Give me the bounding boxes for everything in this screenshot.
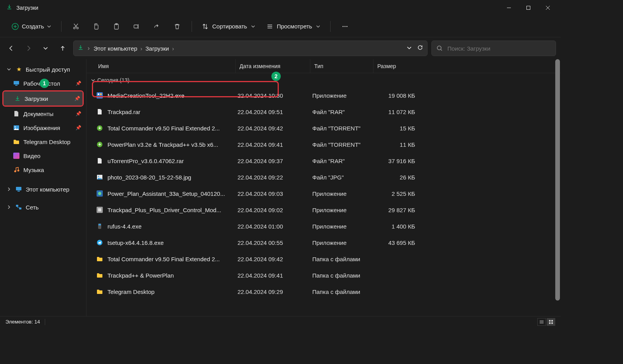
file-size: 43 695 КБ — [375, 239, 422, 246]
file-row[interactable]: MediaCreationTool_22H2.exe22.04.2024 10:… — [86, 87, 561, 104]
music-icon — [12, 166, 20, 174]
file-row[interactable]: Telegram Desktop22.04.2024 09:29Папка с … — [86, 283, 561, 300]
search-input[interactable] — [447, 45, 551, 52]
monitor-icon — [15, 185, 23, 193]
column-name[interactable]: Имя — [98, 63, 235, 69]
svg-point-19 — [437, 46, 441, 50]
file-size: 2 525 КБ — [375, 190, 422, 197]
column-size[interactable]: Размер — [373, 59, 420, 73]
sidebar-item-pictures[interactable]: Изображения 📌 — [2, 121, 84, 135]
file-row[interactable]: uTorrentPro_v3.6.0.47062.rar22.04.2024 0… — [86, 153, 561, 169]
file-type: Папка с файлами — [312, 256, 375, 262]
svg-point-17 — [344, 26, 345, 27]
pin-icon: 📌 — [76, 111, 81, 116]
file-name: Power_Plan_Assistant_33a_Setup_040120... — [107, 190, 238, 197]
refresh-button[interactable] — [417, 44, 423, 52]
file-row[interactable]: Trackpad++ & PowerPlan22.04.2024 09:41Па… — [86, 267, 561, 283]
address-expand-icon[interactable] — [407, 45, 412, 52]
svg-rect-21 — [15, 85, 18, 86]
file-icon — [96, 271, 104, 279]
back-button[interactable] — [5, 42, 18, 55]
share-button[interactable] — [148, 19, 166, 34]
svg-rect-50 — [551, 320, 553, 322]
breadcrumb-downloads[interactable]: Загрузки — [146, 45, 169, 52]
sidebar-item-label: Музыка — [23, 167, 44, 173]
search-box[interactable] — [431, 40, 556, 56]
group-header[interactable]: Сегодня (13) — [86, 73, 561, 87]
file-name: Total Commander v9.50 Final Extended 2..… — [107, 256, 238, 262]
file-date: 22.04.2024 09:03 — [238, 190, 312, 197]
file-name: Telegram Desktop — [107, 288, 238, 295]
toolbar: Создать Сортировать Просмотреть — [0, 16, 561, 37]
sidebar-item-documents[interactable]: Документы 📌 — [2, 107, 84, 121]
sidebar-item-label: Документы — [23, 111, 53, 117]
file-row[interactable]: photo_2023-08-20_15-22-58.jpg22.04.2024 … — [86, 169, 561, 185]
rename-button[interactable] — [128, 19, 146, 34]
sidebar-item-downloads[interactable]: Загрузки 📌 — [4, 91, 83, 106]
file-name: tsetup-x64.4.16.8.exe — [107, 239, 238, 246]
close-button[interactable] — [538, 0, 558, 16]
svg-rect-29 — [19, 207, 21, 209]
file-row[interactable]: Total Commander v9.50 Final Extended 2..… — [86, 251, 561, 267]
sidebar-item-label: Видео — [23, 153, 40, 159]
cut-button[interactable] — [67, 19, 85, 34]
pin-icon: 📌 — [76, 125, 81, 130]
star-icon: ★ — [15, 65, 23, 73]
sidebar-item-music[interactable]: Музыка — [2, 163, 84, 177]
details-view-toggle[interactable] — [537, 318, 546, 326]
column-date[interactable]: Дата изменения — [235, 59, 310, 73]
forward-button[interactable] — [22, 42, 35, 55]
delete-button[interactable] — [168, 19, 186, 34]
file-row[interactable]: Power_Plan_Assistant_33a_Setup_040120...… — [86, 185, 561, 202]
file-row[interactable]: Trackpad_Plus_Plus_Driver_Control_Mod...… — [86, 202, 561, 218]
sidebar-network[interactable]: Сеть — [2, 200, 84, 214]
sidebar-item-videos[interactable]: Видео — [2, 149, 84, 163]
sidebar-label: Сеть — [26, 204, 39, 211]
file-size: 15 КБ — [375, 125, 422, 132]
sort-icon — [202, 23, 208, 30]
thumbnails-view-toggle[interactable] — [547, 318, 555, 326]
file-row[interactable]: rufus-4.4.exe22.04.2024 01:00Приложение1… — [86, 218, 561, 234]
svg-rect-32 — [100, 93, 102, 95]
sidebar-quick-access[interactable]: ★ Быстрый доступ — [2, 62, 84, 76]
up-button[interactable] — [56, 42, 69, 55]
address-bar[interactable]: › Этот компьютер › Загрузки › — [73, 40, 428, 56]
svg-rect-51 — [549, 322, 551, 324]
monitor-icon — [12, 79, 20, 87]
maximize-button[interactable] — [519, 0, 538, 16]
paste-button[interactable] — [107, 19, 125, 34]
view-button[interactable]: Просмотреть — [262, 21, 325, 32]
file-date: 22.04.2024 09:29 — [238, 288, 312, 295]
copy-button[interactable] — [87, 19, 105, 34]
file-row[interactable]: Total Commander v9.50 Final Extended 2..… — [86, 120, 561, 136]
recent-button[interactable] — [39, 42, 52, 55]
file-type: Папка с файлами — [312, 288, 375, 295]
file-size: 26 КБ — [375, 174, 422, 181]
scrollbar-thumb[interactable] — [555, 59, 560, 301]
file-row[interactable]: tsetup-x64.4.16.8.exe22.04.2024 00:55При… — [86, 234, 561, 251]
svg-rect-26 — [16, 187, 21, 190]
separator — [61, 21, 62, 32]
new-button[interactable]: Создать — [7, 21, 56, 32]
pin-icon: 📌 — [74, 96, 80, 101]
sidebar-this-pc[interactable]: Этот компьютер — [2, 182, 84, 196]
file-date: 22.04.2024 09:37 — [238, 158, 312, 164]
sort-button[interactable]: Сортировать — [197, 21, 260, 32]
breadcrumb-this-pc[interactable]: Этот компьютер — [93, 45, 137, 52]
pin-icon: 📌 — [76, 81, 81, 86]
minimize-button[interactable] — [499, 0, 519, 16]
sidebar-item-label: Telegram Desktop — [23, 139, 70, 145]
file-size: 1 400 КБ — [375, 223, 422, 230]
nav-row: › Этот компьютер › Загрузки › — [0, 37, 561, 59]
file-row[interactable]: PowerPlan v3.2e & Trackpad++ v3.5b x6...… — [86, 136, 561, 153]
annotation-highlight-1: Загрузки 📌 — [2, 90, 84, 107]
more-button[interactable] — [336, 19, 354, 34]
svg-point-16 — [342, 26, 343, 27]
scrollbar[interactable] — [555, 59, 560, 316]
window-title: Загрузки — [16, 5, 38, 11]
file-size: 37 916 КБ — [375, 158, 422, 164]
sidebar-item-telegram-desktop[interactable]: Telegram Desktop — [2, 135, 84, 149]
column-type[interactable]: Тип — [310, 59, 373, 73]
file-name: Trackpad.rar — [107, 109, 238, 115]
file-row[interactable]: Trackpad.rar22.04.2024 09:51Файл "RAR"11… — [86, 104, 561, 120]
